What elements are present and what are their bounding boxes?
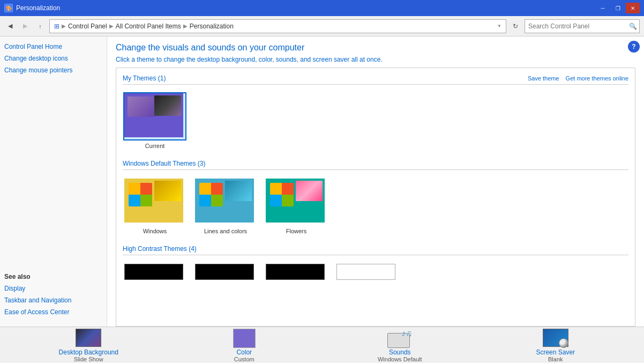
theme-current-thumb bbox=[123, 92, 186, 140]
music-notes-icon: ♪♫ bbox=[401, 329, 412, 338]
theme-windows-thumb bbox=[123, 177, 186, 226]
screen-saver-icon-area bbox=[543, 328, 568, 349]
toolbar-color-sublabel: Custom bbox=[234, 356, 254, 362]
title-bar: 🎨 Personalization ─ ❐ ✕ bbox=[0, 0, 644, 16]
restore-button[interactable]: ❐ bbox=[611, 3, 625, 13]
hc4-art bbox=[336, 264, 395, 280]
toolbar-sounds-sublabel: Windows Default bbox=[378, 356, 422, 362]
minimize-button[interactable]: ─ bbox=[596, 3, 610, 13]
windows-default-header: Windows Default Themes (3) bbox=[123, 160, 628, 170]
toolbar-screen-saver[interactable]: Screen Saver Blank bbox=[523, 328, 588, 362]
sidebar-link-ease-of-access[interactable]: Ease of Access Center bbox=[4, 308, 101, 316]
toolbar-desktop-background-sublabel: Slide Show bbox=[74, 356, 103, 362]
windows-default-title: Windows Default Themes (3) bbox=[123, 160, 206, 167]
theme-hc1[interactable] bbox=[123, 261, 187, 313]
help-button[interactable]: ? bbox=[628, 41, 640, 53]
high-contrast-header: High Contrast Themes (4) bbox=[123, 245, 628, 255]
up-button[interactable]: ↑ bbox=[34, 20, 46, 32]
windows-themes-grid: Windows Lines and colors bbox=[123, 175, 628, 236]
save-theme-link[interactable]: Save theme bbox=[528, 75, 559, 82]
flowers-thumb-art bbox=[266, 179, 325, 223]
theme-hc3[interactable] bbox=[264, 261, 328, 313]
title-bar-title: Personalization bbox=[16, 4, 60, 12]
theme-flowers[interactable]: Flowers bbox=[264, 175, 328, 236]
subtitle-before: Click a theme to bbox=[116, 56, 162, 63]
sidebar: Control Panel Home Change desktop icons … bbox=[0, 36, 107, 327]
hc-themes-grid bbox=[123, 261, 628, 313]
main-layout: Control Panel Home Change desktop icons … bbox=[0, 36, 644, 327]
my-themes-grid: Current bbox=[123, 90, 628, 151]
path-all-items[interactable]: All Control Panel Items bbox=[116, 23, 181, 30]
theme-hc1-thumb bbox=[123, 263, 186, 311]
my-themes-links: Save theme Get more themes online bbox=[528, 75, 628, 82]
toolbar-sounds-label: Sounds bbox=[389, 349, 411, 356]
see-also-section: See also Display Taskbar and Navigation … bbox=[4, 273, 101, 316]
sidebar-link-mouse-pointers[interactable]: Change mouse pointers bbox=[4, 66, 102, 74]
theme-hc2-thumb bbox=[194, 263, 257, 311]
windows-thumb-art bbox=[124, 179, 183, 223]
sidebar-link-control-panel-home[interactable]: Control Panel Home bbox=[4, 43, 102, 50]
title-bar-icon: 🎨 bbox=[4, 4, 13, 12]
desktop-background-icon-area bbox=[76, 328, 101, 349]
theme-hc4-thumb bbox=[335, 263, 399, 311]
search-button[interactable]: 🔍 bbox=[626, 20, 639, 33]
content-subtitle: Click a theme to change the desktop back… bbox=[116, 56, 635, 63]
themes-inner: My Themes (1) Save theme Get more themes… bbox=[116, 68, 635, 327]
title-bar-left: 🎨 Personalization bbox=[4, 4, 60, 12]
my-themes-header: My Themes (1) Save theme Get more themes… bbox=[123, 75, 628, 85]
content-area: Change the visuals and sounds on your co… bbox=[107, 36, 644, 327]
theme-flowers-label: Flowers bbox=[286, 228, 307, 234]
toolbar-color-label: Color bbox=[236, 349, 252, 356]
page-title: Change the visuals and sounds on your co… bbox=[116, 43, 635, 53]
theme-windows[interactable]: Windows bbox=[123, 175, 187, 236]
desktop-background-icon bbox=[76, 329, 101, 347]
subtitle-after: all at once. bbox=[351, 56, 383, 63]
content-wrapper: ? Change the visuals and sounds on your … bbox=[107, 36, 644, 327]
theme-lines-thumb bbox=[194, 177, 257, 226]
title-bar-controls: ─ ❐ ✕ bbox=[596, 3, 640, 13]
theme-lines-label: Lines and colors bbox=[204, 228, 247, 234]
lines-thumb-art bbox=[195, 179, 254, 223]
themes-scroll-area[interactable]: My Themes (1) Save theme Get more themes… bbox=[116, 68, 635, 327]
theme-flowers-thumb bbox=[265, 177, 328, 226]
sidebar-link-taskbar[interactable]: Taskbar and Navigation bbox=[4, 297, 101, 304]
theme-hc2[interactable] bbox=[193, 261, 258, 313]
address-bar: ◀ ▶ ↑ ⊞ ▶ Control Panel ▶ All Control Pa… bbox=[0, 16, 644, 36]
toolbar-screen-saver-sublabel: Blank bbox=[548, 356, 563, 362]
color-icon-area bbox=[231, 328, 257, 349]
get-more-themes-link[interactable]: Get more themes online bbox=[566, 75, 628, 82]
sidebar-link-desktop-icons[interactable]: Change desktop icons bbox=[4, 55, 102, 62]
color-icon bbox=[233, 329, 256, 348]
toolbar-sounds[interactable]: ♪♫ Sounds Windows Default bbox=[368, 328, 432, 362]
current-thumb-art bbox=[124, 93, 183, 137]
back-button[interactable]: ◀ bbox=[4, 20, 16, 32]
content-header: Change the visuals and sounds on your co… bbox=[107, 36, 644, 68]
lines-icon bbox=[199, 183, 223, 206]
search-input[interactable] bbox=[525, 20, 626, 33]
path-control-panel[interactable]: Control Panel bbox=[68, 23, 107, 30]
toolbar-screen-saver-label: Screen Saver bbox=[536, 349, 575, 356]
toolbar-color[interactable]: Color Custom bbox=[212, 328, 276, 362]
sounds-icon-area: ♪♫ bbox=[387, 328, 413, 349]
path-personalization[interactable]: Personalization bbox=[190, 23, 234, 30]
sidebar-link-display[interactable]: Display bbox=[4, 285, 101, 292]
theme-hc3-thumb bbox=[265, 263, 328, 311]
refresh-button[interactable]: ↻ bbox=[510, 20, 521, 32]
theme-windows-label: Windows bbox=[143, 228, 167, 234]
forward-button[interactable]: ▶ bbox=[19, 20, 31, 32]
theme-current[interactable]: Current bbox=[123, 90, 187, 151]
see-also-title: See also bbox=[4, 273, 101, 280]
theme-hc4[interactable] bbox=[335, 261, 399, 313]
toolbar-desktop-background[interactable]: Desktop Background Slide Show bbox=[56, 328, 121, 362]
close-button[interactable]: ✕ bbox=[626, 3, 640, 13]
my-themes-title: My Themes (1) bbox=[123, 75, 166, 82]
theme-lines-colors[interactable]: Lines and colors bbox=[193, 175, 258, 236]
flowers-icon bbox=[270, 183, 294, 206]
search-box: 🔍 bbox=[525, 19, 640, 33]
hc1-art bbox=[124, 264, 183, 280]
hc3-art bbox=[266, 264, 325, 280]
windows-icon bbox=[129, 183, 152, 206]
hc2-art bbox=[195, 264, 254, 280]
bottom-toolbar: Desktop Background Slide Show Color Cust… bbox=[0, 327, 644, 363]
toolbar-desktop-background-label: Desktop Background bbox=[59, 349, 118, 356]
